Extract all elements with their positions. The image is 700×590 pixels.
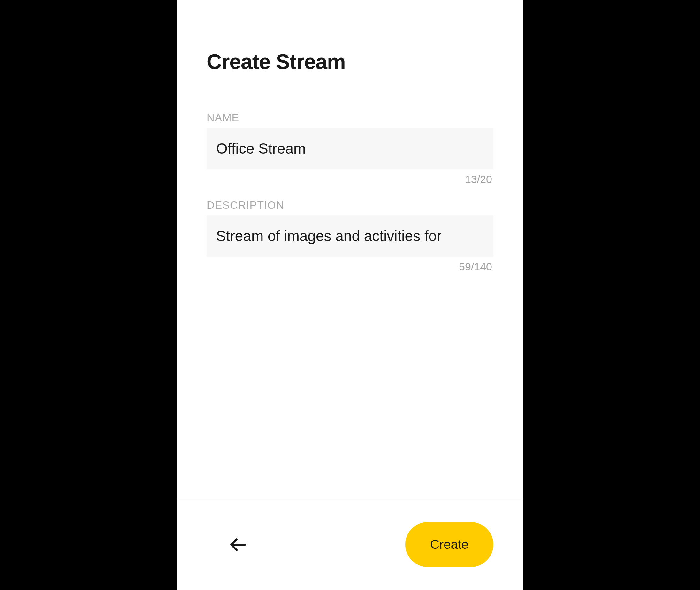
content-area: Create Stream NAME 13/20 DESCRIPTION 59/… [177,0,523,499]
create-stream-screen: Create Stream NAME 13/20 DESCRIPTION 59/… [177,0,523,590]
description-input[interactable] [206,215,494,257]
create-button[interactable]: Create [405,522,494,567]
bottom-bar: Create [177,499,523,590]
description-field-label: DESCRIPTION [206,199,494,211]
name-input[interactable] [206,128,494,169]
name-char-counter: 13/20 [206,173,494,186]
page-title: Create Stream [206,50,494,74]
arrow-left-icon [229,535,248,554]
name-field-group: NAME 13/20 [206,111,494,186]
back-button[interactable] [223,529,254,560]
name-field-label: NAME [206,111,494,124]
description-field-group: DESCRIPTION 59/140 [206,199,494,273]
description-char-counter: 59/140 [206,261,494,273]
